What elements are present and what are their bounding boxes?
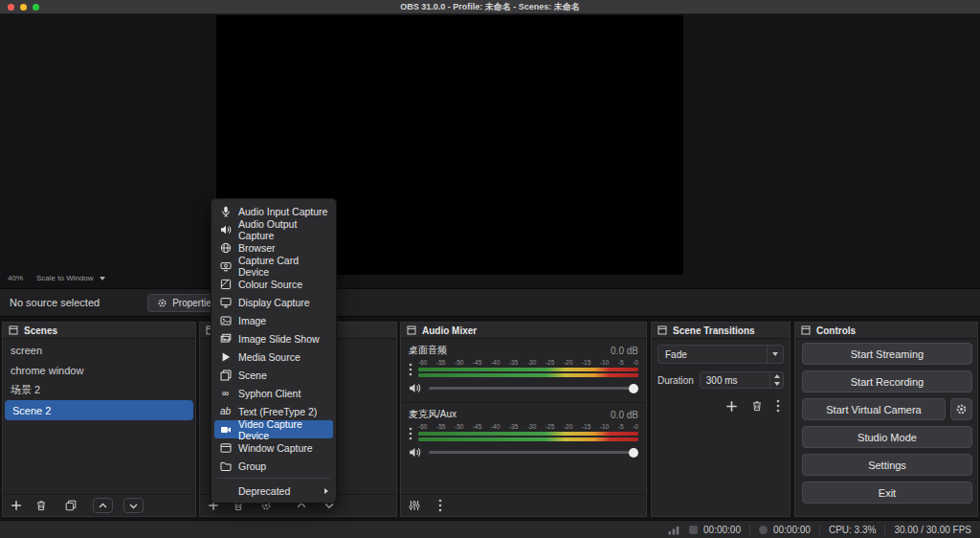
menu-item-colour-source[interactable]: Colour Source bbox=[214, 275, 333, 293]
window-title: OBS 31.0.0 - Profile: 未命名 - Scenes: 未命名 bbox=[400, 1, 580, 13]
scene-list-item[interactable]: screen bbox=[3, 340, 195, 360]
menu-item-group[interactable]: Group bbox=[214, 457, 333, 475]
meter-bar-right bbox=[418, 437, 638, 441]
divider bbox=[749, 525, 750, 535]
divider bbox=[819, 525, 820, 535]
settings-button[interactable]: Settings bbox=[802, 454, 972, 476]
advanced-audio-icon[interactable] bbox=[409, 500, 420, 511]
add-source-menu: Audio Input Capture Audio Output Capture… bbox=[211, 198, 337, 504]
play-icon bbox=[219, 351, 232, 363]
scene-list-item[interactable]: 场景 2 bbox=[3, 380, 195, 400]
mixer-options-icon[interactable] bbox=[409, 363, 412, 376]
virtual-camera-settings-button[interactable] bbox=[950, 398, 972, 420]
infinity-icon: ∞ bbox=[219, 389, 232, 398]
scene-list-item-selected[interactable]: Scene 2 bbox=[5, 400, 193, 420]
dock-icon bbox=[9, 325, 18, 335]
scene-list: screen chrome window 场景 2 Scene 2 bbox=[3, 340, 195, 493]
dock-icon bbox=[801, 325, 811, 335]
close-window-icon[interactable] bbox=[8, 4, 14, 11]
move-scene-up-button[interactable] bbox=[93, 498, 113, 513]
mixer-options-icon[interactable] bbox=[409, 427, 412, 440]
start-recording-button[interactable]: Start Recording bbox=[802, 370, 972, 392]
menu-item-window-capture[interactable]: Window Capture bbox=[214, 438, 333, 457]
minimize-window-icon[interactable] bbox=[20, 4, 27, 11]
window-icon bbox=[219, 442, 232, 454]
scene-transitions-dock: Scene Transitions Fade Duration 300 ms bbox=[651, 322, 791, 517]
meter-tick-labels: -60-55-50-45-40-35-30-25-20-15-10-5-0 bbox=[418, 359, 638, 368]
submenu-arrow-icon bbox=[324, 488, 328, 494]
cpu-usage: CPU: 3.3% bbox=[829, 525, 876, 535]
preview-zoom-level: 40% bbox=[8, 274, 23, 282]
titlebar: OBS 31.0.0 - Profile: 未命名 - Scenes: 未命名 bbox=[0, 0, 980, 14]
mixer-menu-icon[interactable] bbox=[438, 499, 442, 512]
volume-slider[interactable] bbox=[429, 448, 638, 458]
menu-item-capture-card-device[interactable]: Capture Card Device bbox=[214, 257, 333, 275]
mixer-meter-row: -60-55-50-45-40-35-30-25-20-15-10-5-0 bbox=[401, 359, 646, 379]
menu-item-image-slide-show[interactable]: Image Slide Show bbox=[214, 329, 333, 347]
meter-tick-labels: -60-55-50-45-40-35-30-25-20-15-10-5-0 bbox=[418, 423, 638, 432]
menu-item-syphon-client[interactable]: ∞ Syphon Client bbox=[214, 384, 333, 402]
source-toolbar: No source selected Properties bbox=[0, 288, 980, 317]
menu-item-media-source[interactable]: Media Source bbox=[214, 347, 333, 366]
capture-card-icon bbox=[219, 260, 232, 272]
scenes-dock-header[interactable]: Scenes bbox=[3, 323, 195, 339]
microphone-icon bbox=[219, 206, 232, 217]
stream-timer: 00:00:00 bbox=[689, 525, 741, 535]
traffic-lights bbox=[8, 4, 39, 11]
globe-icon bbox=[219, 242, 232, 254]
slideshow-icon bbox=[219, 333, 232, 345]
mixer-toolbar bbox=[401, 494, 646, 516]
exit-button[interactable]: Exit bbox=[802, 482, 972, 504]
spin-up-icon[interactable] bbox=[770, 372, 783, 380]
volume-slider[interactable] bbox=[429, 384, 638, 393]
controls-dock-header[interactable]: Controls bbox=[795, 323, 977, 339]
scene-list-item[interactable]: chrome window bbox=[3, 360, 195, 380]
zoom-window-icon[interactable] bbox=[33, 4, 39, 11]
scene-filters-button[interactable] bbox=[65, 500, 77, 511]
divider bbox=[884, 525, 885, 535]
preview-scale-dropdown[interactable]: Scale to Window bbox=[36, 274, 105, 282]
record-timer: 00:00:00 bbox=[759, 525, 811, 535]
chevron-down-icon bbox=[767, 346, 783, 363]
menu-item-image[interactable]: Image bbox=[214, 311, 333, 329]
move-scene-down-button[interactable] bbox=[123, 498, 144, 513]
add-transition-button[interactable] bbox=[725, 400, 738, 413]
camera-icon bbox=[219, 424, 232, 436]
transition-menu-icon[interactable] bbox=[776, 399, 780, 413]
menu-item-video-capture-device[interactable]: Video Capture Device bbox=[214, 420, 333, 438]
scenes-toolbar bbox=[3, 494, 195, 516]
gear-icon bbox=[955, 403, 968, 415]
add-scene-button[interactable] bbox=[11, 500, 22, 511]
dock-icon bbox=[407, 325, 416, 335]
microphone-speaker-icon[interactable] bbox=[409, 446, 421, 459]
slider-handle[interactable] bbox=[629, 384, 638, 393]
transition-select[interactable]: Fade bbox=[657, 345, 784, 364]
start-virtual-camera-button[interactable]: Start Virtual Camera bbox=[802, 398, 946, 420]
menu-item-scene[interactable]: Scene bbox=[214, 366, 333, 384]
start-streaming-button[interactable]: Start Streaming bbox=[802, 343, 972, 365]
mixer-slider-row bbox=[401, 443, 646, 463]
slider-track bbox=[429, 387, 638, 390]
menu-item-audio-output-capture[interactable]: Audio Output Capture bbox=[214, 220, 333, 238]
menu-separator bbox=[217, 478, 330, 479]
studio-mode-button[interactable]: Studio Mode bbox=[802, 426, 972, 448]
remove-transition-button[interactable] bbox=[751, 400, 763, 412]
record-status-icon bbox=[759, 526, 768, 534]
menu-item-deprecated[interactable]: Deprecated bbox=[214, 482, 333, 500]
meter-bar-right bbox=[418, 373, 638, 377]
slider-handle[interactable] bbox=[629, 448, 638, 458]
dock-icon bbox=[657, 325, 667, 335]
speaker-icon[interactable] bbox=[409, 382, 421, 394]
duration-spinbox[interactable]: 300 ms bbox=[700, 371, 784, 389]
stream-status-icon bbox=[689, 526, 698, 534]
text-icon: ab bbox=[219, 407, 232, 416]
menu-item-display-capture[interactable]: Display Capture bbox=[214, 293, 333, 311]
duration-label: Duration bbox=[657, 375, 694, 386]
remove-scene-button[interactable] bbox=[35, 500, 47, 511]
mixer-channel-level: 0.0 dB bbox=[611, 346, 638, 356]
color-swatch-icon bbox=[219, 279, 232, 290]
audio-mixer-dock-header[interactable]: Audio Mixer bbox=[401, 323, 646, 339]
spin-down-icon[interactable] bbox=[770, 380, 783, 388]
transitions-dock-header[interactable]: Scene Transitions bbox=[652, 323, 790, 339]
chevron-down-icon bbox=[100, 277, 105, 280]
